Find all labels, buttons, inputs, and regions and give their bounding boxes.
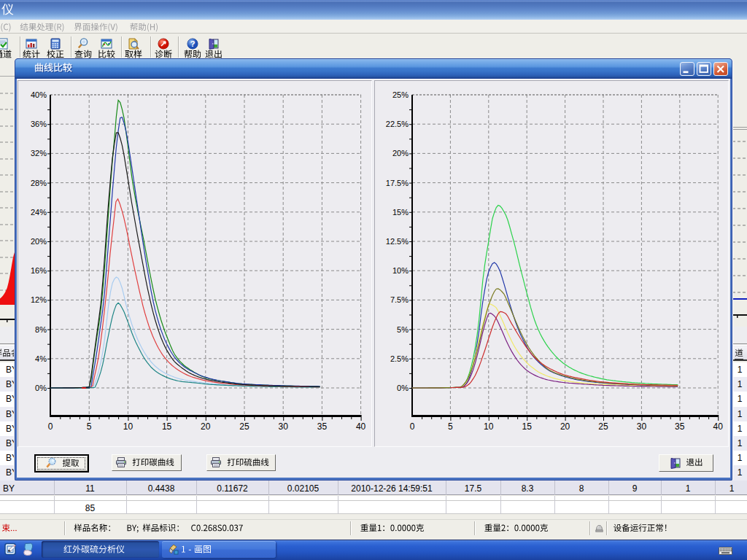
svg-text:5: 5 <box>87 421 92 432</box>
svg-text:32%: 32% <box>31 149 47 158</box>
svg-text:15%: 15% <box>392 208 409 217</box>
svg-text:22.5%: 22.5% <box>386 120 409 128</box>
svg-text:7.5%: 7.5% <box>390 295 409 304</box>
svg-text:20%: 20% <box>392 149 409 158</box>
svg-text:25: 25 <box>239 421 249 432</box>
svg-text:36%: 36% <box>31 120 47 128</box>
svg-text:25%: 25% <box>392 90 409 99</box>
svg-text:4%: 4% <box>35 354 47 363</box>
svg-text:0%: 0% <box>35 384 47 392</box>
svg-text:0: 0 <box>410 421 415 432</box>
svg-text:2.5%: 2.5% <box>390 354 409 363</box>
svg-text:8%: 8% <box>35 325 47 334</box>
svg-text:17.5%: 17.5% <box>386 179 409 187</box>
svg-text:20: 20 <box>560 421 570 432</box>
svg-text:0: 0 <box>48 421 53 432</box>
svg-text:12.5%: 12.5% <box>386 237 409 246</box>
svg-text:5: 5 <box>448 421 453 432</box>
svg-text:40%: 40% <box>31 90 47 99</box>
svg-text:?: ? <box>190 39 196 48</box>
svg-text:28%: 28% <box>31 179 47 187</box>
svg-text:5%: 5% <box>397 325 409 334</box>
svg-text:40: 40 <box>356 421 366 432</box>
svg-text:20: 20 <box>201 421 211 432</box>
svg-text:30: 30 <box>279 421 289 432</box>
svg-text:20%: 20% <box>31 237 47 246</box>
svg-text:15: 15 <box>522 421 533 432</box>
svg-text:30: 30 <box>637 421 647 432</box>
svg-text:35: 35 <box>675 421 685 432</box>
svg-text:24%: 24% <box>31 208 47 217</box>
svg-text:25: 25 <box>598 421 608 432</box>
svg-text:15: 15 <box>162 421 172 432</box>
svg-text:40: 40 <box>713 421 724 432</box>
svg-text:0%: 0% <box>397 384 409 392</box>
svg-text:16%: 16% <box>31 266 47 275</box>
svg-text:35: 35 <box>317 421 328 432</box>
svg-text:12%: 12% <box>31 295 47 304</box>
svg-text:10: 10 <box>123 421 133 432</box>
svg-text:10%: 10% <box>392 266 409 275</box>
svg-text:10: 10 <box>484 421 494 432</box>
